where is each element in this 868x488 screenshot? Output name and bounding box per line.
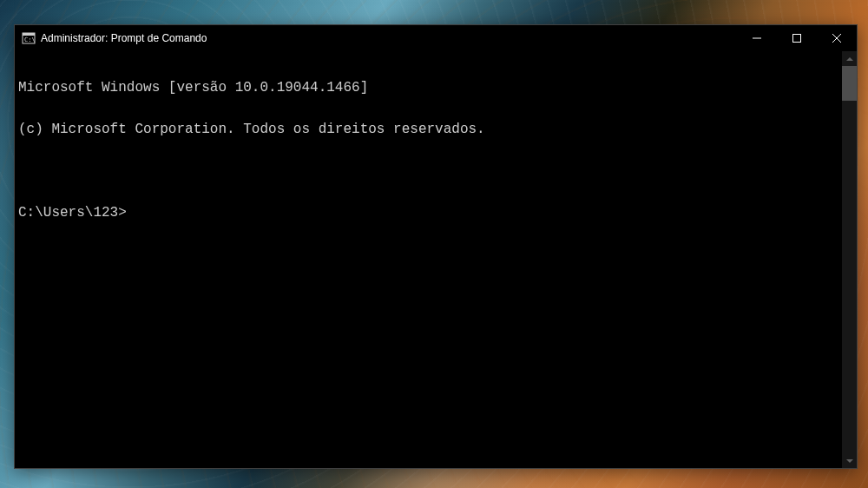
maximize-button[interactable] (777, 25, 817, 51)
terminal-prompt: C:\Users\123> (18, 206, 838, 220)
svg-marker-8 (846, 459, 853, 463)
terminal-line: (c) Microsoft Corporation. Todos os dire… (18, 122, 838, 136)
close-button[interactable] (817, 25, 857, 51)
vertical-scrollbar[interactable] (842, 51, 857, 468)
terminal-line: Microsoft Windows [versão 10.0.19044.146… (18, 81, 838, 95)
titlebar[interactable]: C:\ Administrador: Prompt de Comando (15, 25, 857, 51)
cmd-icon: C:\ (22, 31, 36, 45)
window-title: Administrador: Prompt de Comando (41, 32, 737, 44)
svg-rect-1 (23, 33, 35, 36)
svg-text:C:\: C:\ (24, 36, 36, 43)
command-prompt-window: C:\ Administrador: Prompt de Comando (14, 24, 858, 469)
window-controls (737, 25, 857, 51)
minimize-button[interactable] (737, 25, 777, 51)
terminal-content[interactable]: Microsoft Windows [versão 10.0.19044.146… (15, 51, 842, 468)
svg-marker-7 (846, 57, 853, 61)
scrollbar-thumb[interactable] (842, 66, 857, 101)
terminal-line (18, 164, 838, 178)
scrollbar-track[interactable] (842, 66, 857, 453)
scrollbar-down-arrow-icon[interactable] (842, 453, 857, 468)
terminal-body: Microsoft Windows [versão 10.0.19044.146… (15, 51, 857, 468)
svg-rect-4 (793, 35, 801, 43)
scrollbar-up-arrow-icon[interactable] (842, 51, 857, 66)
